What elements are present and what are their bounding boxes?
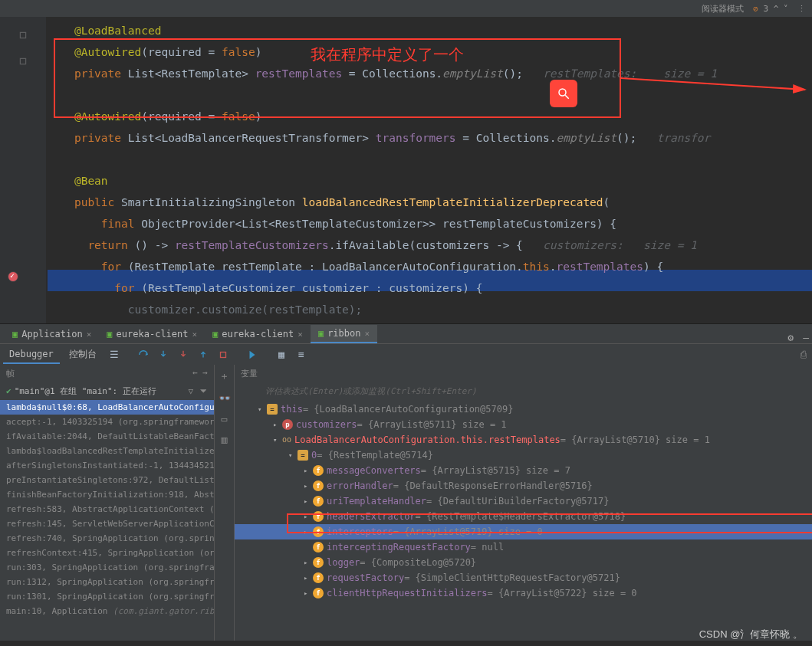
- svg-rect-3: [220, 352, 225, 357]
- debug-panel: 帧 ← → ✔ "main"@1 在组 "main": 正在运行 ▽ ⏷ lam…: [0, 365, 812, 641]
- close-icon[interactable]: ×: [87, 330, 92, 339]
- variable-row[interactable]: ▾=0 = {RestTemplate@5714}: [235, 448, 812, 463]
- variables-tree[interactable]: ▾=this = {LoadBalancerAutoConfiguration@…: [235, 400, 812, 602]
- stack-frame[interactable]: preInstantiateSingletons:972, DefaultLis…: [0, 473, 214, 487]
- field-icon: f: [313, 511, 324, 522]
- step-out-icon[interactable]: [195, 346, 212, 363]
- variable-row[interactable]: ▸fclientHttpRequestInitializers = {Array…: [235, 585, 812, 601]
- expand-arrow-icon[interactable]: ▸: [304, 585, 313, 601]
- glasses-icon[interactable]: 👓: [219, 392, 231, 404]
- variable-row[interactable]: ▸pcustomizers = {ArrayList@5711} size = …: [235, 417, 812, 432]
- variable-row[interactable]: ▾=this = {LoadBalancerAutoConfiguration@…: [235, 402, 812, 417]
- svg-line-2: [565, 95, 569, 99]
- variable-row[interactable]: ▸fmessageConverters = {ArrayList@5715} s…: [235, 463, 812, 478]
- frames-list[interactable]: lambda$null$0:68, LoadBalancerAutoConfig…: [0, 400, 214, 641]
- watermark: CSDN @氵何章怀晓 。: [699, 628, 803, 641]
- trace-icon[interactable]: ≡: [293, 346, 310, 363]
- tab-eureka-client[interactable]: ▣eureka-client×: [99, 325, 205, 343]
- stack-frame[interactable]: main:10, Application (com.giant.gator.ri…: [0, 604, 214, 618]
- search-button[interactable]: [550, 80, 577, 107]
- step-over-icon[interactable]: [135, 346, 152, 363]
- watches-icon[interactable]: ▭: [222, 413, 228, 425]
- stack-frame[interactable]: accept:-1, 1403325194 (org.springframewo…: [0, 415, 214, 429]
- stack-frame[interactable]: run:1312, SpringApplication (org.springf…: [0, 575, 214, 589]
- fold-icon: [18, 57, 28, 66]
- variable-row[interactable]: ▸furiTemplateHandler = {DefaultUriBuilde…: [235, 494, 812, 509]
- frames-header: 帧 ← →: [0, 365, 214, 382]
- expand-arrow-icon[interactable]: ▸: [304, 509, 313, 524]
- code-lines: @LoadBalanced @Autowired(required = fals…: [48, 20, 717, 320]
- add-watch-icon[interactable]: ＋: [219, 369, 229, 383]
- force-step-into-icon[interactable]: [175, 346, 192, 363]
- expand-arrow-icon[interactable]: ▾: [258, 402, 267, 417]
- expand-arrow-icon[interactable]: ▸: [304, 570, 313, 585]
- layout-icon[interactable]: ☰: [106, 346, 123, 363]
- debug-toolbar: Debugger 控制台 ☰ ▦ ≡ ⎙: [0, 343, 812, 365]
- minimize-icon[interactable]: —: [803, 332, 809, 343]
- expand-arrow-icon[interactable]: ▸: [304, 555, 313, 570]
- stack-frame[interactable]: run:303, SpringApplication (org.springfr…: [0, 560, 214, 575]
- run-config-icon: ▣: [212, 329, 218, 339]
- expand-arrow-icon[interactable]: ▸: [304, 524, 313, 539]
- tab-eureka-client[interactable]: ▣eureka-client×: [205, 325, 311, 343]
- thread-selector[interactable]: ✔ "main"@1 在组 "main": 正在运行 ▽ ⏷: [0, 382, 214, 400]
- variable-row[interactable]: ▾ooLoadBalancerAutoConfiguration.this.re…: [235, 432, 812, 448]
- vars-header: 变量: [235, 365, 812, 382]
- tab-Application[interactable]: ▣Application×: [5, 325, 99, 343]
- run-tabs: ▣Application×▣eureka-client×▣eureka-clie…: [0, 323, 812, 343]
- error-count[interactable]: ⊘ 3 ^ ˅: [753, 4, 788, 14]
- variable-row[interactable]: ▸finterceptors = {ArrayList@5719} size =…: [235, 524, 812, 539]
- evaluate-icon[interactable]: ▦: [273, 346, 290, 363]
- stack-frame[interactable]: refreshContext:415, SpringApplication (o…: [0, 546, 214, 560]
- field-icon: f: [313, 496, 324, 507]
- stack-frame[interactable]: refresh:145, ServletWebServerApplication…: [0, 516, 214, 531]
- stack-frame[interactable]: run:1301, SpringApplication (org.springf…: [0, 589, 214, 604]
- stack-frame[interactable]: refresh:740, SpringApplication (org.spri…: [0, 531, 214, 546]
- stack-frame[interactable]: afterSingletonsInstantiated:-1, 13443452…: [0, 458, 214, 473]
- filter-icon[interactable]: ⏷: [199, 386, 208, 396]
- run-to-cursor-icon[interactable]: [244, 346, 261, 363]
- step-into-icon[interactable]: [155, 346, 172, 363]
- stack-frame[interactable]: lambda$null$0:68, LoadBalancerAutoConfig…: [0, 400, 214, 415]
- close-icon[interactable]: ×: [192, 330, 198, 339]
- breakpoint-icon[interactable]: [8, 271, 18, 282]
- expand-arrow-icon[interactable]: ▾: [273, 432, 282, 448]
- run-config-icon: ▣: [107, 329, 112, 339]
- svg-point-1: [559, 89, 566, 96]
- console-tab[interactable]: 控制台: [63, 345, 103, 364]
- expand-arrow-icon[interactable]: ▸: [304, 478, 313, 494]
- fold-icon: [18, 31, 28, 40]
- close-icon[interactable]: ×: [365, 329, 370, 339]
- reader-mode-label[interactable]: 阅读器模式: [702, 3, 744, 15]
- field-icon: f: [313, 572, 324, 583]
- stack-frame[interactable]: ifAvailable:2044, DefaultListableBeanFac…: [0, 429, 214, 444]
- code-editor[interactable]: @LoadBalanced @Autowired(required = fals…: [0, 17, 812, 323]
- variable-row[interactable]: ▸fheadersExtractor = {RestTemplate$Heade…: [235, 509, 812, 524]
- variable-row[interactable]: ▸ferrorHandler = {DefaultResponseErrorHa…: [235, 478, 812, 494]
- stack-frame[interactable]: refresh:583, AbstractApplicationContext …: [0, 502, 214, 516]
- variable-row[interactable]: finterceptingRequestFactory = null: [235, 539, 812, 555]
- settings-icon[interactable]: ⚙: [787, 332, 794, 343]
- expand-arrow-icon[interactable]: ▾: [288, 448, 298, 463]
- expand-arrow-icon[interactable]: ▸: [273, 417, 282, 432]
- drop-frame-icon[interactable]: [215, 346, 232, 363]
- close-icon[interactable]: ×: [298, 330, 303, 339]
- tab-ribbon[interactable]: ▣ribbon×: [311, 325, 377, 343]
- search-icon: [557, 87, 570, 100]
- expand-arrow-icon[interactable]: ▸: [304, 463, 313, 478]
- variables-panel: 变量 评估表达式(Enter)或添加监视(Ctrl+Shift+Enter) ▾…: [235, 365, 812, 641]
- debugger-tab[interactable]: Debugger: [3, 346, 60, 364]
- stack-frame[interactable]: finishBeanFactoryInitialization:918, Abs…: [0, 487, 214, 502]
- field-icon: f: [313, 465, 324, 476]
- stack-frame[interactable]: lambda$loadBalancedRestTemplateInitializ…: [0, 444, 214, 458]
- expand-arrow-icon[interactable]: ▸: [304, 494, 313, 509]
- evaluate-expression-input[interactable]: 评估表达式(Enter)或添加监视(Ctrl+Shift+Enter): [235, 382, 812, 400]
- pin-icon[interactable]: ⎙: [795, 346, 812, 363]
- field-icon: f: [313, 480, 324, 491]
- variable-row[interactable]: ▸flogger = {CompositeLog@5720}: [235, 555, 812, 570]
- editor-top-bar: 阅读器模式 ⊘ 3 ^ ˅ ⋮: [0, 0, 812, 17]
- run-config-icon: ▣: [12, 329, 18, 339]
- layout-vars-icon[interactable]: ▥: [222, 434, 228, 445]
- run-config-icon: ▣: [318, 328, 324, 339]
- variable-row[interactable]: ▸frequestFactory = {SimpleClientHttpRequ…: [235, 570, 812, 585]
